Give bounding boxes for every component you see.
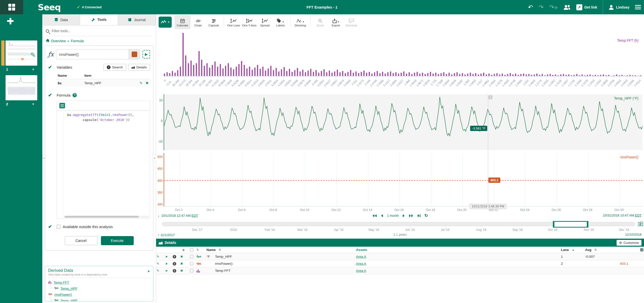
toolbar-capsule-button[interactable]: Capsule — [206, 15, 222, 29]
variables-search-button[interactable]: + Search — [103, 64, 126, 71]
app-grid-menu-button[interactable] — [0, 0, 23, 14]
filter-tools-input[interactable] — [52, 29, 152, 33]
step-forward-icon[interactable] — [402, 214, 405, 218]
derived-item[interactable]: Temp FFT — [48, 279, 150, 285]
sort-name-icon[interactable]: ⇅ — [219, 248, 221, 251]
select-all-checkbox[interactable] — [190, 248, 193, 251]
tab-tools[interactable]: Tools — [80, 14, 118, 25]
info-icon[interactable]: i — [173, 262, 176, 266]
step-backward-icon[interactable] — [381, 214, 383, 218]
help-icon[interactable]: ? — [73, 93, 77, 97]
item-name[interactable]: rmsPower() — [214, 262, 355, 266]
toolbar-labels-button[interactable]: ▼ Labels — [273, 15, 288, 29]
worksheet-1-menu-chevron[interactable]: ▾ — [32, 67, 34, 72]
connection-status[interactable]: ✔ 4 Connected — [77, 5, 101, 10]
home-icon[interactable] — [46, 39, 50, 43]
remove-item-icon[interactable]: ✖ — [180, 262, 183, 266]
customize-button[interactable]: ⚙ Customize — [617, 240, 641, 246]
range-start-timezone[interactable]: EDT — [192, 214, 198, 218]
cancel-button[interactable]: Cancel — [65, 236, 97, 245]
view-mode-button[interactable]: ▼ — [159, 17, 172, 28]
remove-variable-icon[interactable]: ✖ — [146, 81, 149, 85]
row-checkbox[interactable] — [190, 255, 193, 258]
asset-link[interactable]: Area A — [356, 255, 366, 258]
fast-forward-icon[interactable] — [409, 214, 414, 218]
temp-hpf-chart[interactable]: Temp_HPF (°F) — [164, 94, 642, 150]
edit-item-icon[interactable]: ✎ — [157, 262, 159, 266]
add-worksheet-button[interactable] — [7, 17, 14, 25]
fft-series-label[interactable]: Temp FFT (h) — [617, 38, 638, 42]
toolbar-calendar-button[interactable]: Calendar — [175, 15, 190, 29]
item-name[interactable]: Temp_HPF — [214, 255, 355, 258]
remove-item-icon[interactable]: ✖ — [180, 269, 183, 273]
avg-column-header[interactable]: Avg ⇅ — [585, 248, 601, 252]
execute-button[interactable]: Execute — [101, 236, 134, 245]
row-checkbox[interactable] — [190, 262, 193, 265]
edit-variable-icon[interactable]: ✎ — [140, 81, 143, 85]
redo-icon[interactable]: ↷ — [539, 4, 544, 10]
timebar-selection[interactable] — [553, 221, 588, 228]
edit-item-icon[interactable]: ✎ — [157, 255, 159, 258]
details-row-temp-fft[interactable]: ✎ ➤ i ✖ Temp FFT Area A — [156, 267, 644, 274]
remove-all-column-header[interactable]: x — [180, 248, 187, 252]
worksheet-thumbnail-2[interactable] — [6, 75, 37, 100]
timebar-end-date[interactable]: 12/10/2018 — [625, 233, 641, 236]
variables-details-button[interactable]: Details — [128, 64, 150, 71]
toolbar-one-lane-button[interactable]: One Lane — [226, 15, 241, 29]
asset-link[interactable]: Area A — [356, 269, 366, 273]
details-row-temp-hpf[interactable]: ✎ ➤ i ✖ °F Temp_HPF Area A 1 -0.007 — [156, 253, 644, 260]
collapse-sidebar-handle[interactable]: « — [42, 155, 46, 161]
formula-code[interactable]: $a.aggregate(fft(5min).rmsPower(),capsul… — [63, 112, 134, 219]
fast-backward-icon[interactable] — [372, 214, 377, 218]
asset-link[interactable]: Area A — [356, 262, 366, 266]
tab-data[interactable]: Data — [42, 14, 80, 25]
step-duration-label[interactable]: 1 month — [387, 214, 399, 218]
details-row-rmspower[interactable]: ✎ ➤ i ✖ rmsPower() Area A 2 403.1 — [156, 260, 644, 267]
redo-all-icon[interactable]: ↷» — [549, 4, 557, 10]
undock-icon[interactable]: ▶ — [142, 50, 150, 59]
tab-journal[interactable]: Journal — [118, 14, 156, 25]
derived-item[interactable]: Temp_HPF — [48, 297, 150, 301]
step-to-end-icon[interactable] — [417, 214, 421, 218]
range-start-date[interactable]: 10/1/2018 12:47 AM — [161, 214, 191, 218]
timebar-track[interactable] — [162, 222, 635, 226]
worksheet-thumbnail-1[interactable]: ✎ — [6, 40, 37, 66]
get-link-button[interactable]: ↗ Get link — [576, 4, 597, 10]
breadcrumb-overview-link[interactable]: Overview — [51, 39, 66, 43]
remove-item-icon[interactable]: ✖ — [180, 255, 183, 258]
fft-chart[interactable]: Temp FFT (h) 072.8...36.40924.27318.2041… — [164, 31, 642, 94]
available-outside-checkbox[interactable] — [57, 225, 60, 229]
toolbar-chain-button[interactable]: Chain — [190, 15, 206, 29]
row-checkbox[interactable] — [190, 269, 193, 272]
sort-avg-icon[interactable]: ⇅ — [594, 248, 597, 251]
collapse-tools-handle[interactable]: « — [153, 155, 156, 161]
color-swatch-button[interactable] — [129, 50, 140, 59]
editor-hscrollbar[interactable] — [64, 216, 149, 218]
range-start-arrow-icon[interactable]: ↓ — [158, 213, 160, 218]
edit-worksheet-icon[interactable]: ✎ — [30, 51, 36, 59]
rms-power-chart[interactable]: rmsPower() — [164, 153, 642, 206]
formula-name-input[interactable] — [56, 50, 129, 59]
derived-collapse-chevron[interactable]: ▾ — [148, 269, 150, 274]
undo-icon[interactable]: ↶ — [528, 4, 533, 10]
add-column-icon[interactable]: ⊞ — [640, 247, 643, 252]
formula-lines-icon[interactable] — [59, 103, 65, 108]
derived-item[interactable]: Temp_HPF — [48, 285, 150, 291]
info-icon[interactable]: i — [173, 255, 176, 258]
send-item-icon[interactable]: ➤ — [165, 262, 168, 266]
toolbar-dimming-button[interactable]: ▼ Dimming — [293, 15, 308, 29]
refresh-icon[interactable]: ↻ — [424, 213, 428, 218]
user-menu-button[interactable]: Lindsey — [609, 5, 629, 10]
send-item-icon[interactable]: ➤ — [165, 269, 168, 273]
toolbar-one-yaxis-button[interactable]: One Y-Axis — [241, 15, 257, 29]
assets-column-header[interactable]: Assets — [355, 248, 560, 252]
toolbar-spread-button[interactable]: Spread — [257, 15, 273, 29]
toolbar-export-button[interactable]: ▼ Export — [328, 15, 344, 29]
temp-series-label[interactable]: Temp_HPF (°F) — [614, 96, 638, 100]
range-end-date[interactable]: 10/31/2018 10:47 AM — [603, 213, 634, 217]
info-icon[interactable]: i — [173, 269, 176, 273]
sort-icon[interactable]: ⇅ — [196, 248, 199, 251]
edit-item-icon[interactable]: ✎ — [157, 269, 159, 273]
users-icon[interactable] — [563, 5, 571, 10]
lane-column-header[interactable]: Lane ▲ — [560, 248, 585, 252]
